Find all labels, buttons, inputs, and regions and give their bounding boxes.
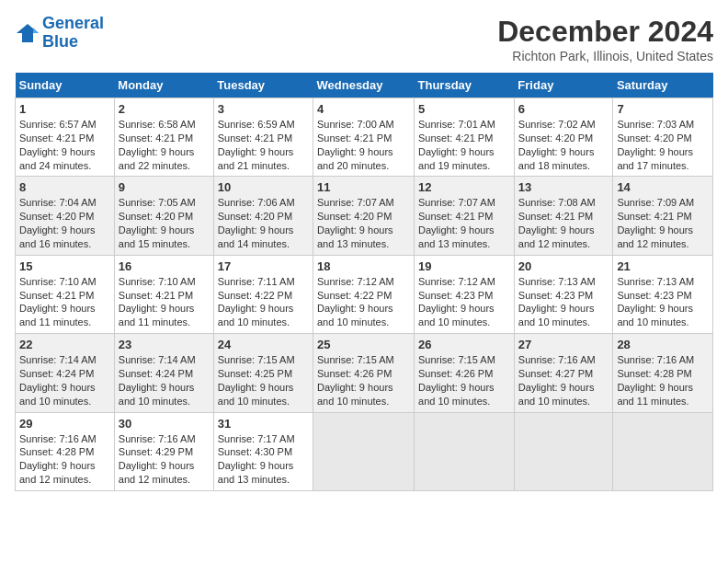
day-number: 9 [119,180,210,194]
day-info: Sunrise: 7:02 AMSunset: 4:20 PMDaylight:… [518,119,596,171]
logo-line2: Blue [42,32,78,51]
day-number: 1 [19,102,110,116]
day-info: Sunrise: 6:59 AMSunset: 4:21 PMDaylight:… [218,119,295,171]
day-number: 11 [317,180,410,194]
day-number: 21 [617,259,709,273]
calendar-cell-2-4: 11Sunrise: 7:07 AMSunset: 4:20 PMDayligh… [313,177,415,255]
weekday-header-row: Sunday Monday Tuesday Wednesday Thursday… [16,73,713,98]
calendar-cell-3-5: 19Sunrise: 7:12 AMSunset: 4:23 PMDayligh… [415,255,515,333]
day-number: 10 [218,180,309,194]
day-info: Sunrise: 7:03 AMSunset: 4:20 PMDaylight:… [617,119,694,171]
day-info: Sunrise: 7:05 AMSunset: 4:20 PMDaylight:… [119,197,196,249]
calendar-cell-3-1: 15Sunrise: 7:10 AMSunset: 4:21 PMDayligh… [16,255,115,333]
calendar-cell-3-4: 18Sunrise: 7:12 AMSunset: 4:22 PMDayligh… [313,255,415,333]
day-info: Sunrise: 7:16 AMSunset: 4:29 PMDaylight:… [119,433,196,486]
day-number: 29 [19,417,110,431]
day-number: 25 [317,338,410,351]
day-info: Sunrise: 7:06 AMSunset: 4:20 PMDaylight:… [218,197,295,249]
col-monday: Monday [114,73,213,98]
calendar-cell-5-2: 30Sunrise: 7:16 AMSunset: 4:29 PMDayligh… [114,412,213,490]
day-number: 15 [19,259,110,273]
calendar-cell-5-1: 29Sunrise: 7:16 AMSunset: 4:28 PMDayligh… [16,412,115,490]
day-number: 20 [518,259,609,273]
day-info: Sunrise: 7:17 AMSunset: 4:30 PMDaylight:… [218,433,295,486]
day-info: Sunrise: 7:16 AMSunset: 4:28 PMDaylight:… [617,354,694,407]
day-info: Sunrise: 7:16 AMSunset: 4:27 PMDaylight:… [518,354,596,407]
day-number: 23 [119,338,210,351]
calendar-cell-5-7 [613,412,713,490]
day-number: 17 [218,259,309,273]
col-wednesday: Wednesday [313,73,415,98]
day-info: Sunrise: 7:16 AMSunset: 4:28 PMDaylight:… [19,433,97,486]
day-info: Sunrise: 7:14 AMSunset: 4:24 PMDaylight:… [19,354,97,407]
col-saturday: Saturday [613,73,713,98]
day-info: Sunrise: 7:09 AMSunset: 4:21 PMDaylight:… [617,197,694,249]
logo-line1: General [42,14,104,32]
day-info: Sunrise: 7:15 AMSunset: 4:26 PMDaylight:… [317,354,394,407]
day-info: Sunrise: 6:57 AMSunset: 4:21 PMDaylight:… [19,119,97,171]
day-info: Sunrise: 7:07 AMSunset: 4:20 PMDaylight:… [317,197,394,249]
calendar-row-2: 8Sunrise: 7:04 AMSunset: 4:20 PMDaylight… [16,177,713,255]
calendar-cell-2-1: 8Sunrise: 7:04 AMSunset: 4:20 PMDaylight… [16,177,115,255]
logo: General Blue [15,15,104,52]
month-title: December 2024 [497,15,713,49]
day-number: 18 [317,259,410,273]
day-info: Sunrise: 7:13 AMSunset: 4:23 PMDaylight:… [617,276,694,328]
day-info: Sunrise: 7:07 AMSunset: 4:21 PMDaylight:… [418,197,495,249]
day-info: Sunrise: 7:12 AMSunset: 4:23 PMDaylight:… [418,276,495,328]
calendar-cell-1-6: 6Sunrise: 7:02 AMSunset: 4:20 PMDaylight… [514,98,613,177]
calendar-cell-2-6: 13Sunrise: 7:08 AMSunset: 4:21 PMDayligh… [514,177,613,255]
calendar-cell-3-2: 16Sunrise: 7:10 AMSunset: 4:21 PMDayligh… [114,255,213,333]
calendar-cell-4-2: 23Sunrise: 7:14 AMSunset: 4:24 PMDayligh… [114,334,213,412]
col-friday: Friday [514,73,613,98]
day-number: 24 [218,338,309,351]
day-number: 22 [19,338,110,351]
calendar-row-3: 15Sunrise: 7:10 AMSunset: 4:21 PMDayligh… [16,255,713,333]
logo-icon [15,20,40,46]
day-number: 4 [317,102,410,116]
calendar-cell-5-6 [514,412,613,490]
title-block: December 2024 Richton Park, Illinois, Un… [497,15,713,63]
day-number: 28 [617,338,709,351]
calendar-cell-4-1: 22Sunrise: 7:14 AMSunset: 4:24 PMDayligh… [16,334,115,412]
day-info: Sunrise: 6:58 AMSunset: 4:21 PMDaylight:… [119,119,196,171]
calendar-cell-4-4: 25Sunrise: 7:15 AMSunset: 4:26 PMDayligh… [313,334,415,412]
day-info: Sunrise: 7:15 AMSunset: 4:26 PMDaylight:… [418,354,495,407]
day-number: 3 [218,102,309,116]
day-info: Sunrise: 7:12 AMSunset: 4:22 PMDaylight:… [317,276,394,328]
day-number: 6 [518,102,609,116]
calendar-cell-5-4 [313,412,415,490]
day-info: Sunrise: 7:08 AMSunset: 4:21 PMDaylight:… [518,197,596,249]
page-header: General Blue December 2024 Richton Park,… [15,15,713,63]
day-info: Sunrise: 7:00 AMSunset: 4:21 PMDaylight:… [317,119,394,171]
day-info: Sunrise: 7:01 AMSunset: 4:21 PMDaylight:… [418,119,495,171]
day-info: Sunrise: 7:10 AMSunset: 4:21 PMDaylight:… [119,276,196,328]
day-number: 5 [418,102,510,116]
calendar-row-5: 29Sunrise: 7:16 AMSunset: 4:28 PMDayligh… [16,412,713,490]
day-number: 12 [418,180,510,194]
day-number: 2 [119,102,210,116]
day-info: Sunrise: 7:10 AMSunset: 4:21 PMDaylight:… [19,276,97,328]
col-sunday: Sunday [16,73,115,98]
col-tuesday: Tuesday [213,73,313,98]
calendar-cell-1-5: 5Sunrise: 7:01 AMSunset: 4:21 PMDaylight… [415,98,515,177]
calendar-cell-1-1: 1Sunrise: 6:57 AMSunset: 4:21 PMDaylight… [16,98,115,177]
calendar-cell-3-7: 21Sunrise: 7:13 AMSunset: 4:23 PMDayligh… [613,255,713,333]
calendar-cell-4-7: 28Sunrise: 7:16 AMSunset: 4:28 PMDayligh… [613,334,713,412]
day-info: Sunrise: 7:15 AMSunset: 4:25 PMDaylight:… [218,354,295,407]
day-number: 27 [518,338,609,351]
calendar-cell-2-3: 10Sunrise: 7:06 AMSunset: 4:20 PMDayligh… [213,177,313,255]
day-info: Sunrise: 7:13 AMSunset: 4:23 PMDaylight:… [518,276,596,328]
day-info: Sunrise: 7:14 AMSunset: 4:24 PMDaylight:… [119,354,196,407]
day-number: 16 [119,259,210,273]
col-thursday: Thursday [415,73,515,98]
day-number: 30 [119,417,210,431]
day-number: 26 [418,338,510,351]
day-number: 8 [19,180,110,194]
calendar-cell-4-5: 26Sunrise: 7:15 AMSunset: 4:26 PMDayligh… [415,334,515,412]
calendar-cell-3-3: 17Sunrise: 7:11 AMSunset: 4:22 PMDayligh… [213,255,313,333]
calendar-cell-2-7: 14Sunrise: 7:09 AMSunset: 4:21 PMDayligh… [613,177,713,255]
calendar-cell-1-7: 7Sunrise: 7:03 AMSunset: 4:20 PMDaylight… [613,98,713,177]
calendar-table: Sunday Monday Tuesday Wednesday Thursday… [15,73,713,491]
day-number: 31 [218,417,309,431]
